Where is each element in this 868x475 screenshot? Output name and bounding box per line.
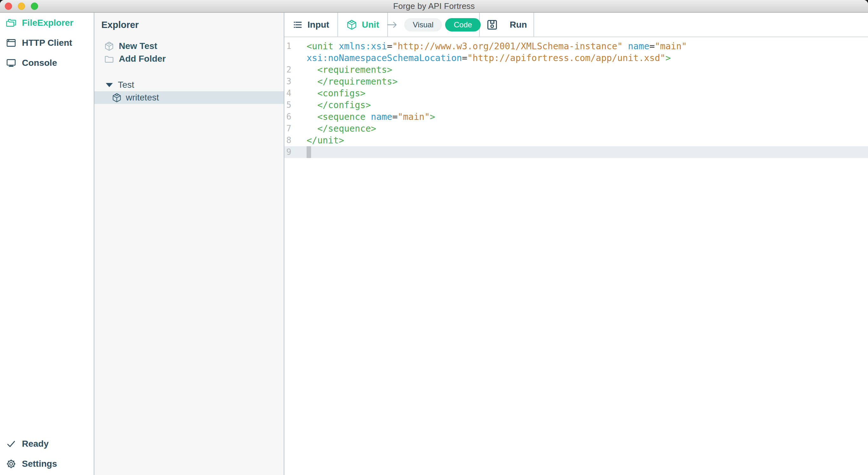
save-icon[interactable]: [486, 19, 498, 31]
sidebar-item-console[interactable]: Console: [0, 53, 94, 73]
code-line[interactable]: xsi:noNamespaceSchemaLocation="http://ap…: [284, 52, 868, 64]
unit-cube-icon: [104, 41, 114, 51]
sidebar: FileExplorer HTTP Client: [0, 13, 94, 475]
tab-unit[interactable]: Unit: [338, 13, 388, 36]
code-line[interactable]: 1<unit xmlns:xsi="http://www.w3.org/2001…: [284, 40, 868, 52]
code-line-text: <configs>: [307, 87, 365, 99]
explorer-title: Explorer: [94, 20, 284, 30]
browser-icon: [6, 37, 17, 48]
run-button[interactable]: Run: [509, 20, 527, 30]
tab-label: Unit: [362, 20, 379, 30]
tab-label: Input: [308, 20, 329, 30]
code-line-text: </configs>: [307, 99, 371, 111]
sidebar-spacer: [0, 73, 94, 434]
line-number: 6: [284, 111, 307, 123]
view-toggle-section: Visual Code: [388, 13, 480, 36]
folders-icon: [6, 18, 17, 28]
code-line-text: [307, 146, 311, 158]
code-line-active[interactable]: 9: [284, 146, 868, 158]
line-number: 3: [284, 76, 307, 87]
line-number: 7: [284, 123, 307, 135]
code-editor[interactable]: 1<unit xmlns:xsi="http://www.w3.org/2001…: [284, 37, 868, 475]
title-bar: Forge by API Fortress: [0, 0, 868, 13]
line-number: 2: [284, 64, 307, 76]
tree-item-writetest[interactable]: writetest: [94, 91, 284, 104]
sidebar-item-file-explorer[interactable]: FileExplorer: [0, 13, 94, 33]
code-line-text: </requirements>: [307, 76, 398, 87]
code-toggle-button[interactable]: Code: [445, 18, 480, 31]
check-icon: [6, 439, 17, 449]
code-line[interactable]: 2 <requirements>: [284, 64, 868, 76]
status-label: Ready: [22, 439, 49, 449]
code-line-text: <requirements>: [307, 64, 392, 76]
toolbar-empty-space: [534, 13, 868, 36]
folder-icon: [104, 54, 114, 64]
unit-cube-icon: [112, 93, 122, 103]
line-number: 1: [284, 40, 307, 52]
code-line[interactable]: 6 <sequence name="main">: [284, 111, 868, 123]
code-line[interactable]: 4 <configs>: [284, 87, 868, 99]
add-folder-button[interactable]: Add Folder: [94, 53, 284, 65]
app-window: Forge by API Fortress FileExplorer: [0, 0, 868, 475]
action-label: New Test: [119, 41, 157, 51]
code-line[interactable]: 3 </requirements>: [284, 76, 868, 87]
visual-toggle-button[interactable]: Visual: [404, 18, 442, 31]
explorer-tree: Test writetest: [94, 79, 284, 104]
new-test-button[interactable]: New Test: [94, 40, 284, 53]
tab-input[interactable]: Input: [284, 13, 338, 36]
code-line-text: <sequence name="main">: [307, 111, 435, 123]
sidebar-item-settings[interactable]: Settings: [0, 454, 94, 474]
code-line-text: xsi:noNamespaceSchemaLocation="http://ap…: [307, 52, 671, 64]
arrow-right-icon: [386, 21, 398, 29]
tree-folder-test[interactable]: Test: [94, 79, 284, 91]
code-line-text: <unit xmlns:xsi="http://www.w3.org/2001/…: [307, 40, 687, 52]
line-number: 8: [284, 135, 307, 146]
explorer-panel: Explorer New Test Add Folder: [94, 13, 284, 475]
editor-toolbar: Input Unit: [284, 13, 868, 37]
list-icon: [292, 20, 303, 30]
action-label: Add Folder: [119, 54, 166, 64]
sidebar-item-label: HTTP Client: [22, 38, 72, 48]
monitor-icon: [6, 58, 17, 68]
tree-item-label: writetest: [126, 92, 159, 103]
sidebar-item-label: Settings: [22, 459, 57, 469]
code-line[interactable]: 7 </sequence>: [284, 123, 868, 135]
code-line[interactable]: 5 </configs>: [284, 99, 868, 111]
sidebar-item-label: FileExplorer: [22, 18, 73, 28]
gear-icon: [6, 458, 17, 469]
sidebar-item-http-client[interactable]: HTTP Client: [0, 33, 94, 53]
sidebar-item-label: Console: [22, 58, 57, 68]
chevron-down-icon: [106, 83, 113, 87]
line-number: 9: [284, 146, 307, 158]
code-line[interactable]: 8</unit>: [284, 135, 868, 146]
line-number: 5: [284, 99, 307, 111]
unit-cube-icon: [346, 20, 357, 30]
line-number: 4: [284, 87, 307, 99]
text-cursor: [307, 146, 311, 158]
editor-column: Input Unit: [284, 13, 868, 475]
tree-folder-label: Test: [118, 80, 134, 90]
status-ready: Ready: [0, 434, 94, 454]
line-number: [284, 52, 307, 64]
code-line-text: </sequence>: [307, 123, 376, 135]
code-line-text: </unit>: [307, 135, 344, 146]
run-section: Run: [480, 13, 534, 36]
main-layout: FileExplorer HTTP Client: [0, 13, 868, 475]
sidebar-footer: Ready Settings: [0, 434, 94, 475]
window-title: Forge by API Fortress: [0, 1, 868, 11]
